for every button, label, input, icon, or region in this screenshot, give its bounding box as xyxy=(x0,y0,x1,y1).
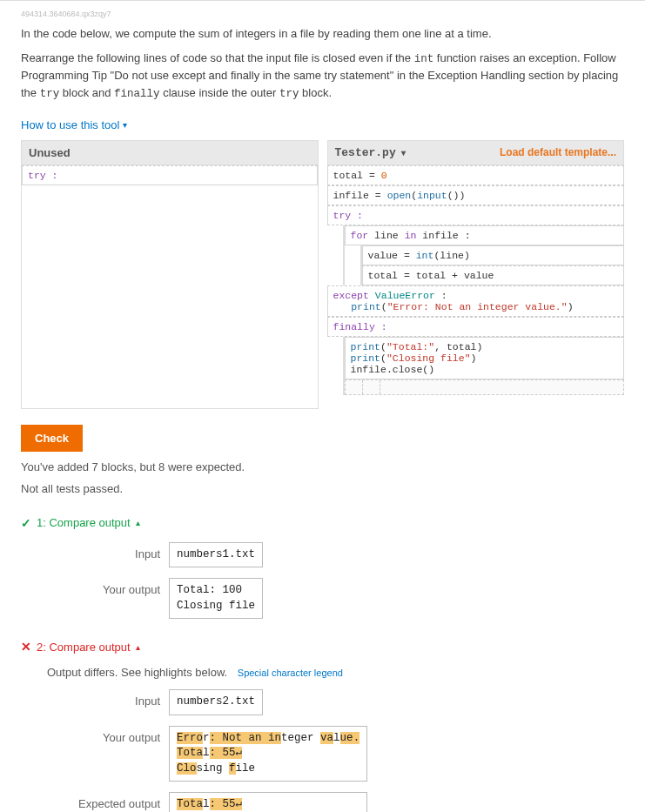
expected-output-diff: Total: 55↵ Closing file Error: Not an in… xyxy=(169,792,367,812)
diff-message: Output differs. See highlights below. Sp… xyxy=(47,666,624,679)
feedback-tests: Not all tests passed. xyxy=(21,482,624,495)
code-block[interactable]: total = total + value xyxy=(362,265,625,285)
kw-int: int xyxy=(414,53,434,65)
code-block[interactable]: infile = open(input()) xyxy=(327,185,625,205)
tool-link-label: How to use this tool xyxy=(21,118,119,131)
x-icon: ✕ xyxy=(21,640,31,654)
code-block[interactable]: try : xyxy=(327,205,625,225)
your-output-label: Your output xyxy=(47,726,169,744)
chevron-down-icon[interactable]: ▾ xyxy=(401,148,406,158)
chevron-down-icon: ▾ xyxy=(123,120,127,130)
unused-panel-header: Unused xyxy=(21,140,319,165)
code-block[interactable]: total = 0 xyxy=(327,165,625,185)
instructions: In the code below, we compute the sum of… xyxy=(21,25,624,103)
your-output-value: Total: 100 Closing file xyxy=(169,578,263,619)
insert-slot[interactable] xyxy=(345,379,625,395)
chevron-up-icon: ▴ xyxy=(136,642,140,652)
kw-try: try xyxy=(40,88,60,100)
tester-panel-header: Tester.py ▾ Load default template... xyxy=(327,140,625,165)
unused-header-label: Unused xyxy=(29,146,71,159)
input-label: Input xyxy=(47,689,169,708)
load-default-template-link[interactable]: Load default template... xyxy=(500,146,616,158)
your-output-diff: Error: Not an integer value. Total: 55↵ … xyxy=(169,726,367,782)
feedback-blocks-count: You've added 7 blocks, but 8 were expect… xyxy=(21,460,624,473)
special-char-legend-link[interactable]: Special character legend xyxy=(238,668,343,678)
expected-output-label: Expected output xyxy=(47,792,169,810)
unused-panel[interactable]: try : xyxy=(21,165,319,409)
intro-line-2: Rearrange the following lines of code so… xyxy=(21,50,624,103)
page-id: 494314.3640684.qx3zqy7 xyxy=(21,10,624,18)
chevron-up-icon: ▴ xyxy=(136,518,140,527)
your-output-label: Your output xyxy=(47,578,169,596)
code-block[interactable]: print("Total:", total)print("Closing fil… xyxy=(345,337,625,379)
input-value: numbers1.txt xyxy=(169,542,263,568)
test-2-header[interactable]: ✕ 2: Compare output ▴ xyxy=(21,640,140,654)
tester-code-area[interactable]: total = 0 infile = open(input()) try : f… xyxy=(327,165,625,409)
check-icon: ✓ xyxy=(21,516,31,530)
code-block[interactable]: value = int(line) xyxy=(362,245,625,265)
intro-line-1: In the code below, we compute the sum of… xyxy=(21,25,624,43)
check-button[interactable]: Check xyxy=(21,425,83,452)
kw-finally: finally xyxy=(114,88,160,100)
kw-try-2: try xyxy=(279,88,299,100)
input-value: numbers2.txt xyxy=(169,689,263,715)
input-label: Input xyxy=(47,542,169,560)
filename-label: Tester.py xyxy=(335,146,396,159)
test-1-title: 1: Compare output xyxy=(37,516,131,529)
code-block[interactable]: finally : xyxy=(327,317,625,337)
test-1-header[interactable]: ✓ 1: Compare output ▴ xyxy=(21,516,140,530)
code-block[interactable]: except ValueError : print("Error: Not an… xyxy=(327,285,625,317)
unused-code-block[interactable]: try : xyxy=(22,165,318,185)
code-block[interactable]: for line in infile : xyxy=(345,225,625,245)
how-to-use-tool-link[interactable]: How to use this tool ▾ xyxy=(21,118,127,131)
test-2-title: 2: Compare output xyxy=(37,641,131,654)
